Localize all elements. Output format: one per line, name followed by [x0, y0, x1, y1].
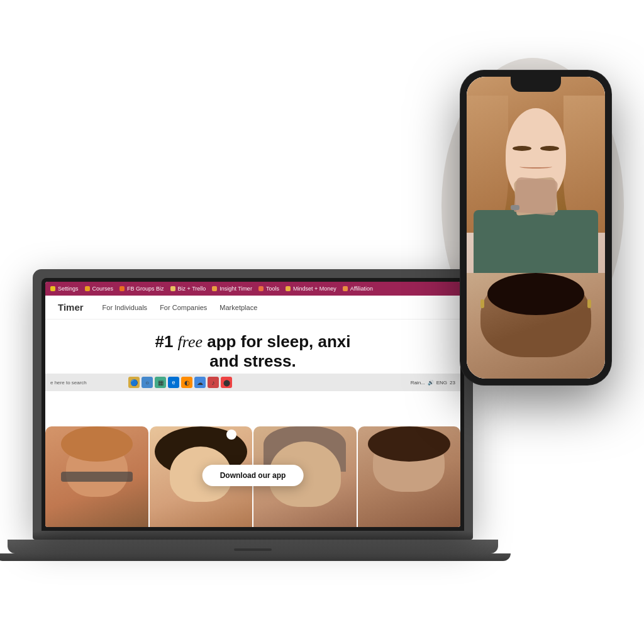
laptop-base — [8, 540, 498, 553]
hero-line2-text: and stress. — [209, 352, 296, 370]
trackpad-notch — [234, 548, 272, 551]
taskbar-icon-6[interactable]: ♪ — [208, 377, 219, 388]
taskbar-search[interactable]: e here to search — [50, 380, 126, 386]
bookmark-mindset[interactable]: Mindset + Money — [286, 286, 336, 292]
phone-screen — [467, 77, 605, 379]
laptop-body: Settings Courses FB Groups Biz Biz — [33, 269, 473, 531]
laptop: Settings Courses FB Groups Biz Biz — [33, 269, 473, 561]
taskbar-icons: 🔵 ○ ▦ e ◐ ☁ ♪ ⬤ — [128, 377, 232, 388]
website-nav: Timer For Individuals For Companies Mark… — [45, 296, 460, 319]
laptop-screen: Settings Courses FB Groups Biz Biz — [45, 282, 460, 527]
browser-bookmarks: Settings Courses FB Groups Biz Biz — [45, 282, 460, 296]
taskbar-icon-1[interactable]: 🔵 — [128, 377, 140, 388]
taskbar-icon-2[interactable]: ○ — [142, 377, 153, 388]
phone-woman2-portrait — [467, 273, 605, 379]
bookmark-insight[interactable]: Insight Timer — [212, 286, 252, 292]
laptop-bottom-base — [0, 553, 511, 561]
hero-line1-text: #1 free app for sleep, anxi — [155, 332, 350, 351]
taskbar-rain: Rain... — [411, 380, 425, 386]
bookmark-fbgroups[interactable]: FB Groups Biz — [119, 286, 164, 292]
nav-for-individuals[interactable]: For Individuals — [103, 304, 148, 311]
taskbar-icon-4[interactable]: ◐ — [181, 377, 192, 388]
bookmark-courses[interactable]: Courses — [85, 286, 114, 292]
scene: Settings Courses FB Groups Biz Biz — [33, 45, 611, 599]
website-hero: #1 free app for sleep, anxi and stress. — [45, 319, 460, 371]
woman-background — [467, 77, 605, 273]
person-card-1 — [45, 426, 148, 527]
bookmark-tools[interactable]: Tools — [258, 286, 279, 292]
taskbar-time: 23 — [450, 380, 455, 386]
hero-title: #1 free app for sleep, anxi and stress. — [58, 332, 448, 371]
nav-logo: Timer — [58, 302, 84, 313]
taskbar: e here to search 🔵 ○ ▦ e ◐ ☁ ♪ ⬤ R — [45, 374, 460, 391]
nav-for-companies[interactable]: For Companies — [160, 304, 207, 311]
taskbar-volume: 🔊 — [428, 380, 434, 386]
taskbar-icon-5[interactable]: ☁ — [194, 377, 206, 388]
person-face-woman2 — [358, 426, 461, 527]
download-button-container: Download our app — [203, 465, 304, 486]
download-app-button[interactable]: Download our app — [203, 465, 304, 486]
bookmark-settings[interactable]: Settings — [50, 286, 79, 292]
laptop-bezel: Settings Courses FB Groups Biz Biz — [42, 278, 464, 531]
phone-woman-portrait — [467, 77, 605, 273]
nav-marketplace[interactable]: Marketplace — [219, 304, 257, 311]
taskbar-icon-7[interactable]: ⬤ — [221, 377, 232, 388]
person-card-4 — [358, 426, 461, 527]
bookmark-affiliation[interactable]: Affiliation — [343, 286, 373, 292]
phone-top-section — [467, 77, 605, 273]
laptop-hinge — [33, 531, 473, 540]
person-face-bald — [45, 426, 148, 527]
taskbar-icon-edge[interactable]: e — [168, 377, 179, 388]
phone-notch — [511, 77, 561, 92]
phone-body — [460, 70, 611, 385]
phone-bottom-section — [467, 273, 605, 379]
bookmark-trello[interactable]: Biz + Trello — [170, 286, 206, 292]
phone — [460, 70, 611, 385]
taskbar-right: Rain... 🔊 ENG 23 — [411, 380, 455, 386]
taskbar-eng: ENG — [436, 380, 447, 386]
taskbar-icon-3[interactable]: ▦ — [155, 377, 166, 388]
nav-links: For Individuals For Companies Marketplac… — [103, 304, 258, 311]
